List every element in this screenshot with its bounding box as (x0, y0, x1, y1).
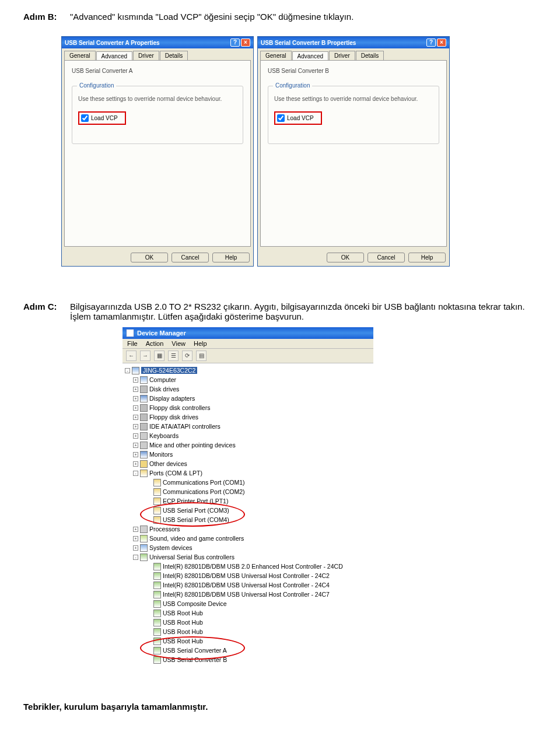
tab-advanced[interactable]: Advanced (292, 51, 328, 61)
dialog-b-titlebar: USB Serial Converter B Properties ? × (258, 37, 449, 48)
load-vcp-checkbox-b[interactable]: Load VCP (274, 111, 322, 125)
tab-details[interactable]: Details (356, 51, 384, 60)
fieldset-legend: Configuration (77, 82, 116, 89)
tree-item[interactable]: +Floppy disk controllers (125, 403, 371, 412)
tree-root[interactable]: -JING-524E63C2C2 (125, 366, 371, 375)
step-c: Adım C: Bilgisayarınızda USB 2.0 TO 2* R… (23, 302, 537, 321)
load-vcp-checkbox-a[interactable]: Load VCP (78, 111, 126, 125)
tree-item[interactable]: +Keyboards (125, 431, 371, 440)
tree-item[interactable]: +Display adapters (125, 394, 371, 403)
help-icon[interactable]: ? (426, 38, 436, 47)
tab-driver[interactable]: Driver (329, 51, 355, 60)
tab-driver[interactable]: Driver (133, 51, 159, 60)
help-button[interactable]: Help (408, 253, 446, 262)
load-vcp-input[interactable] (81, 114, 89, 122)
tab-general[interactable]: General (64, 51, 96, 60)
tree-item[interactable]: Intel(R) 82801DB/DBM USB 2.0 Enhanced Ho… (125, 562, 371, 571)
tree-item[interactable]: +System devices (125, 543, 371, 552)
ok-button[interactable]: OK (327, 253, 364, 262)
device-manager-window: Device Manager File Action View Help ← →… (123, 327, 373, 667)
menu-action[interactable]: Action (146, 340, 164, 347)
step-c-text: Bilgisayarınızda USB 2.0 TO 2* RS232 çık… (70, 302, 537, 321)
tree-item[interactable]: Intel(R) 82801DB/DBM USB Universal Host … (125, 571, 371, 580)
highlight-oval-converters (140, 636, 245, 660)
tb-btn[interactable]: ▤ (196, 351, 206, 361)
fieldset-legend: Configuration (273, 82, 312, 89)
tree-item[interactable]: +Monitors (125, 450, 371, 459)
dialog-a-buttons: OK Cancel Help (62, 249, 253, 266)
configuration-fieldset: Configuration Use these settings to over… (268, 86, 439, 144)
tree-item[interactable]: +IDE ATA/ATAPI controllers (125, 422, 371, 431)
load-vcp-input[interactable] (277, 114, 285, 122)
tree-item[interactable]: USB Composite Device (125, 599, 371, 608)
dialog-a-tabs: General Advanced Driver Details (62, 48, 253, 60)
tree-ports[interactable]: -Ports (COM & LPT) (125, 468, 371, 478)
device-name-a: USB Serial Converter A (72, 68, 243, 74)
dm-titlebar: Device Manager (123, 327, 373, 339)
properties-dialogs: USB Serial Converter A Properties ? × Ge… (61, 36, 537, 267)
step-b: Adım B: "Advanced" kısmında "Load VCP" ö… (23, 12, 537, 22)
tree-item[interactable]: Intel(R) 82801DB/DBM USB Universal Host … (125, 580, 371, 590)
dm-title-text: Device Manager (137, 330, 186, 337)
tree-usb-controllers[interactable]: -Universal Serial Bus controllers (125, 552, 371, 562)
device-name-b: USB Serial Converter B (268, 68, 439, 74)
fieldset-desc: Use these settings to override normal de… (78, 96, 237, 102)
tree-item[interactable]: USB Root Hub (125, 618, 371, 627)
close-icon[interactable]: × (437, 38, 446, 47)
tree-item[interactable]: +Disk drives (125, 384, 371, 394)
dm-icon (126, 329, 134, 337)
dm-menubar: File Action View Help (123, 339, 373, 349)
step-b-label: Adım B: (23, 12, 70, 22)
dialog-converter-b: USB Serial Converter B Properties ? × Ge… (257, 36, 450, 267)
tree-item[interactable]: Intel(R) 82801DB/DBM USB Universal Host … (125, 590, 371, 599)
tree-item[interactable]: Communications Port (COM1) (125, 478, 371, 487)
refresh-icon[interactable]: ⟳ (182, 351, 192, 361)
menu-file[interactable]: File (127, 340, 138, 347)
tab-general[interactable]: General (260, 51, 292, 60)
tb-btn[interactable]: ☰ (168, 351, 178, 361)
tree-item[interactable]: +Sound, video and game controllers (125, 534, 371, 543)
dialog-a-titlebar: USB Serial Converter A Properties ? × (62, 37, 253, 48)
ok-button[interactable]: OK (131, 253, 168, 262)
back-icon[interactable]: ← (126, 351, 136, 361)
load-vcp-label: Load VCP (91, 115, 118, 121)
dialog-b-body: USB Serial Converter B Configuration Use… (260, 60, 447, 247)
help-icon[interactable]: ? (230, 38, 240, 47)
tab-advanced[interactable]: Advanced (96, 51, 132, 61)
step-c-label: Adım C: (23, 302, 70, 321)
dialog-b-title: USB Serial Converter B Properties (261, 40, 425, 46)
tree-item[interactable]: Communications Port (COM2) (125, 487, 371, 496)
tab-details[interactable]: Details (160, 51, 188, 60)
tree-item[interactable]: +Mice and other pointing devices (125, 440, 371, 450)
tree-item[interactable]: +Processors (125, 524, 371, 534)
menu-help[interactable]: Help (194, 340, 207, 347)
fieldset-desc: Use these settings to override normal de… (274, 96, 433, 102)
tree-item[interactable]: +Computer (125, 375, 371, 384)
cancel-button[interactable]: Cancel (172, 253, 209, 262)
dialog-b-tabs: General Advanced Driver Details (258, 48, 449, 60)
cancel-button[interactable]: Cancel (368, 253, 405, 262)
dialog-a-title: USB Serial Converter A Properties (65, 40, 229, 46)
dialog-a-body: USB Serial Converter A Configuration Use… (64, 60, 251, 247)
tree-item[interactable]: +Other devices (125, 459, 371, 468)
tree-item[interactable]: USB Root Hub (125, 627, 371, 636)
congratulations-text: Tebrikler, kurulum başarıyla tamamlanmış… (23, 702, 537, 712)
dm-tree[interactable]: -JING-524E63C2C2 +Computer +Disk drives … (123, 363, 373, 667)
tree-item[interactable]: USB Root Hub (125, 608, 371, 618)
tb-btn[interactable]: ▦ (154, 351, 164, 361)
dm-toolbar: ← → ▦ ☰ ⟳ ▤ (123, 349, 373, 363)
dialog-converter-a: USB Serial Converter A Properties ? × Ge… (61, 36, 254, 267)
menu-view[interactable]: View (172, 340, 186, 347)
forward-icon[interactable]: → (140, 351, 150, 361)
help-button[interactable]: Help (212, 253, 250, 262)
close-icon[interactable]: × (241, 38, 250, 47)
step-b-text: "Advanced" kısmında "Load VCP" öğesini s… (70, 12, 537, 22)
dialog-b-buttons: OK Cancel Help (258, 249, 449, 266)
load-vcp-label: Load VCP (287, 115, 314, 121)
highlight-oval-ports (140, 502, 245, 527)
configuration-fieldset: Configuration Use these settings to over… (72, 86, 243, 144)
tree-item[interactable]: +Floppy disk drives (125, 412, 371, 422)
